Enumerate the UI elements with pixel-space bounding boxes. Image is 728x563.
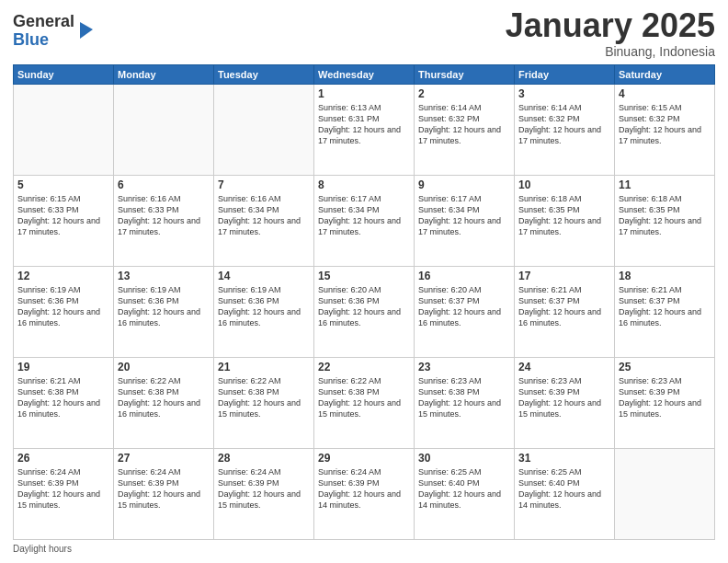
day-number: 19 xyxy=(17,361,109,373)
day-number: 9 xyxy=(418,178,510,191)
weekday-saturday: Saturday xyxy=(615,65,715,85)
day-info: Sunrise: 6:19 AM Sunset: 6:36 PM Dayligh… xyxy=(17,284,109,329)
day-info: Sunrise: 6:18 AM Sunset: 6:35 PM Dayligh… xyxy=(619,193,711,238)
day-number: 3 xyxy=(518,87,610,100)
day-info: Sunrise: 6:24 AM Sunset: 6:39 PM Dayligh… xyxy=(118,466,210,511)
day-cell: 24Sunrise: 6:23 AM Sunset: 6:39 PM Dayli… xyxy=(515,358,615,449)
day-info: Sunrise: 6:22 AM Sunset: 6:38 PM Dayligh… xyxy=(318,375,410,420)
day-info: Sunrise: 6:25 AM Sunset: 6:40 PM Dayligh… xyxy=(418,466,510,511)
day-info: Sunrise: 6:21 AM Sunset: 6:37 PM Dayligh… xyxy=(518,284,610,329)
day-info: Sunrise: 6:24 AM Sunset: 6:39 PM Dayligh… xyxy=(17,466,109,511)
day-cell: 19Sunrise: 6:21 AM Sunset: 6:38 PM Dayli… xyxy=(14,358,114,449)
day-info: Sunrise: 6:15 AM Sunset: 6:33 PM Dayligh… xyxy=(17,193,109,238)
day-cell: 23Sunrise: 6:23 AM Sunset: 6:38 PM Dayli… xyxy=(415,358,515,449)
day-number: 21 xyxy=(218,361,310,373)
day-info: Sunrise: 6:21 AM Sunset: 6:37 PM Dayligh… xyxy=(619,284,711,329)
day-info: Sunrise: 6:17 AM Sunset: 6:34 PM Dayligh… xyxy=(318,193,410,238)
day-number: 6 xyxy=(118,178,210,191)
day-info: Sunrise: 6:24 AM Sunset: 6:39 PM Dayligh… xyxy=(318,466,410,511)
week-row-2: 5Sunrise: 6:15 AM Sunset: 6:33 PM Daylig… xyxy=(14,176,715,267)
day-cell: 6Sunrise: 6:16 AM Sunset: 6:33 PM Daylig… xyxy=(114,176,214,267)
week-row-5: 26Sunrise: 6:24 AM Sunset: 6:39 PM Dayli… xyxy=(14,449,715,540)
day-number: 16 xyxy=(418,270,510,282)
day-info: Sunrise: 6:23 AM Sunset: 6:38 PM Dayligh… xyxy=(418,375,510,420)
day-cell: 1Sunrise: 6:13 AM Sunset: 6:31 PM Daylig… xyxy=(314,85,415,176)
day-cell: 29Sunrise: 6:24 AM Sunset: 6:39 PM Dayli… xyxy=(314,449,415,540)
day-number: 25 xyxy=(619,361,711,373)
logo: General Blue xyxy=(13,13,93,50)
day-number: 26 xyxy=(17,452,109,465)
day-cell: 18Sunrise: 6:21 AM Sunset: 6:37 PM Dayli… xyxy=(615,267,715,358)
day-info: Sunrise: 6:16 AM Sunset: 6:34 PM Dayligh… xyxy=(218,193,310,238)
weekday-tuesday: Tuesday xyxy=(214,65,314,85)
day-cell: 15Sunrise: 6:20 AM Sunset: 6:36 PM Dayli… xyxy=(314,267,415,358)
logo-general: General xyxy=(13,13,74,31)
day-info: Sunrise: 6:18 AM Sunset: 6:35 PM Dayligh… xyxy=(518,193,610,238)
weekday-header-row: SundayMondayTuesdayWednesdayThursdayFrid… xyxy=(14,65,715,85)
day-cell: 5Sunrise: 6:15 AM Sunset: 6:33 PM Daylig… xyxy=(14,176,114,267)
day-cell: 16Sunrise: 6:20 AM Sunset: 6:37 PM Dayli… xyxy=(415,267,515,358)
day-cell: 27Sunrise: 6:24 AM Sunset: 6:39 PM Dayli… xyxy=(114,449,214,540)
day-number: 27 xyxy=(118,452,210,465)
day-number: 7 xyxy=(218,178,310,191)
day-cell: 14Sunrise: 6:19 AM Sunset: 6:36 PM Dayli… xyxy=(214,267,314,358)
logo-text: General Blue xyxy=(13,13,74,50)
day-number: 10 xyxy=(518,178,610,191)
calendar-table: SundayMondayTuesdayWednesdayThursdayFrid… xyxy=(13,64,715,540)
week-row-4: 19Sunrise: 6:21 AM Sunset: 6:38 PM Dayli… xyxy=(14,358,715,449)
day-info: Sunrise: 6:17 AM Sunset: 6:34 PM Dayligh… xyxy=(418,193,510,238)
svg-marker-0 xyxy=(80,22,93,39)
day-number: 11 xyxy=(619,178,711,191)
day-cell: 4Sunrise: 6:15 AM Sunset: 6:32 PM Daylig… xyxy=(615,85,715,176)
day-cell: 22Sunrise: 6:22 AM Sunset: 6:38 PM Dayli… xyxy=(314,358,415,449)
day-info: Sunrise: 6:14 AM Sunset: 6:32 PM Dayligh… xyxy=(518,102,610,147)
day-cell: 28Sunrise: 6:24 AM Sunset: 6:39 PM Dayli… xyxy=(214,449,314,540)
day-info: Sunrise: 6:16 AM Sunset: 6:33 PM Dayligh… xyxy=(118,193,210,238)
day-cell: 7Sunrise: 6:16 AM Sunset: 6:34 PM Daylig… xyxy=(214,176,314,267)
day-cell: 3Sunrise: 6:14 AM Sunset: 6:32 PM Daylig… xyxy=(515,85,615,176)
day-cell: 2Sunrise: 6:14 AM Sunset: 6:32 PM Daylig… xyxy=(415,85,515,176)
day-cell: 12Sunrise: 6:19 AM Sunset: 6:36 PM Dayli… xyxy=(14,267,114,358)
day-info: Sunrise: 6:23 AM Sunset: 6:39 PM Dayligh… xyxy=(518,375,610,420)
day-cell xyxy=(214,85,314,176)
day-cell: 30Sunrise: 6:25 AM Sunset: 6:40 PM Dayli… xyxy=(415,449,515,540)
day-info: Sunrise: 6:21 AM Sunset: 6:38 PM Dayligh… xyxy=(17,375,109,420)
day-number: 28 xyxy=(218,452,310,465)
day-info: Sunrise: 6:13 AM Sunset: 6:31 PM Dayligh… xyxy=(318,102,410,147)
subtitle: Binuang, Indonesia xyxy=(506,44,715,59)
day-cell: 26Sunrise: 6:24 AM Sunset: 6:39 PM Dayli… xyxy=(14,449,114,540)
weekday-friday: Friday xyxy=(515,65,615,85)
footer: Daylight hours xyxy=(13,544,715,554)
day-cell xyxy=(615,449,715,540)
day-number: 24 xyxy=(518,361,610,373)
day-number: 22 xyxy=(318,361,410,373)
day-info: Sunrise: 6:24 AM Sunset: 6:39 PM Dayligh… xyxy=(218,466,310,511)
day-number: 17 xyxy=(518,270,610,282)
weekday-wednesday: Wednesday xyxy=(314,65,415,85)
day-cell: 17Sunrise: 6:21 AM Sunset: 6:37 PM Dayli… xyxy=(515,267,615,358)
day-number: 1 xyxy=(318,87,410,100)
day-cell: 31Sunrise: 6:25 AM Sunset: 6:40 PM Dayli… xyxy=(515,449,615,540)
day-number: 8 xyxy=(318,178,410,191)
day-info: Sunrise: 6:14 AM Sunset: 6:32 PM Dayligh… xyxy=(418,102,510,147)
day-number: 29 xyxy=(318,452,410,465)
day-cell: 25Sunrise: 6:23 AM Sunset: 6:39 PM Dayli… xyxy=(615,358,715,449)
weekday-thursday: Thursday xyxy=(415,65,515,85)
header: General Blue January 2025 Binuang, Indon… xyxy=(13,9,715,59)
day-info: Sunrise: 6:25 AM Sunset: 6:40 PM Dayligh… xyxy=(518,466,610,511)
logo-icon xyxy=(76,20,93,40)
day-info: Sunrise: 6:19 AM Sunset: 6:36 PM Dayligh… xyxy=(118,284,210,329)
day-number: 18 xyxy=(619,270,711,282)
day-cell: 11Sunrise: 6:18 AM Sunset: 6:35 PM Dayli… xyxy=(615,176,715,267)
weekday-sunday: Sunday xyxy=(14,65,114,85)
day-info: Sunrise: 6:20 AM Sunset: 6:36 PM Dayligh… xyxy=(318,284,410,329)
day-number: 12 xyxy=(17,270,109,282)
day-cell: 13Sunrise: 6:19 AM Sunset: 6:36 PM Dayli… xyxy=(114,267,214,358)
day-number: 23 xyxy=(418,361,510,373)
day-number: 15 xyxy=(318,270,410,282)
day-number: 14 xyxy=(218,270,310,282)
day-number: 13 xyxy=(118,270,210,282)
month-title: January 2025 xyxy=(506,9,715,42)
day-info: Sunrise: 6:15 AM Sunset: 6:32 PM Dayligh… xyxy=(619,102,711,147)
day-info: Sunrise: 6:22 AM Sunset: 6:38 PM Dayligh… xyxy=(118,375,210,420)
